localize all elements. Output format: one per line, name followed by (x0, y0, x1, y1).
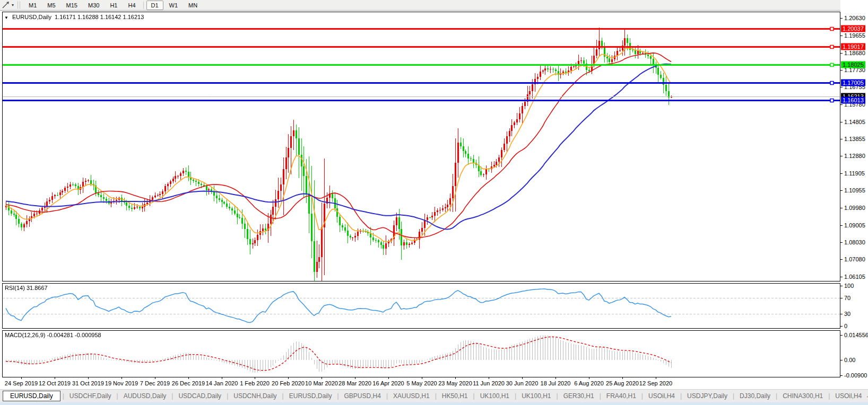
status-strip (0, 402, 868, 405)
date-tick-mark (188, 377, 189, 379)
timeframe-button-h1[interactable]: H1 (105, 1, 122, 10)
date-tick-mark (155, 377, 155, 379)
tab-separator: | (641, 392, 643, 400)
chart-tab-bar: EURUSD,Daily|USDCHF,Daily|AUDUSD,Daily|U… (0, 389, 868, 402)
tab-separator: | (473, 392, 475, 400)
macd-canvas[interactable] (3, 331, 840, 377)
date-tick-mark (222, 377, 222, 379)
chart-tab-gbpusd-h4[interactable]: GBPUSD,H4 (340, 391, 386, 401)
timeframe-button-h4[interactable]: H4 (123, 1, 140, 10)
axis-tick-mark (840, 208, 843, 208)
date-tick-label: 11 Jun 2020 (473, 380, 505, 386)
date-tick-label: 31 Oct 2019 (72, 380, 104, 386)
chart-tab-audusd-daily[interactable]: AUDUSD,Daily (119, 391, 171, 401)
date-tick-label: 7 Dec 2019 (140, 380, 170, 386)
date-tick-label: 10 Mar 2020 (305, 380, 338, 386)
hline-price-label: 1.19017 (841, 43, 865, 50)
chart-tab-usdjpy-daily[interactable]: USDJPY,Daily (682, 391, 732, 401)
trading-platform-window: ▾ M1M5M15M30H1H4D1W1MN ▼ EURUSD,Daily 1.… (0, 0, 868, 405)
chart-tab-uk100-h1[interactable]: UK100,H1 (475, 391, 514, 401)
axis-tick-mark (840, 70, 843, 71)
date-tick-label: 18 Jul 2020 (541, 380, 571, 386)
price-chart-canvas[interactable] (3, 12, 840, 281)
macd-label: MACD(12,26,9) -0.004281 -0.000958 (5, 332, 101, 338)
price-tick-label: 1.06105 (844, 274, 865, 280)
timeframe-button-mn[interactable]: MN (184, 1, 202, 10)
chart-tabs: EURUSD,Daily|USDCHF,Daily|AUDUSD,Daily|U… (3, 391, 866, 401)
price-tick-label: 1.11905 (844, 170, 865, 177)
date-tick-label: 6 Aug 2020 (574, 380, 604, 386)
axis-tick-mark (840, 87, 843, 87)
date-tick-mark (555, 377, 556, 379)
chart-tab-usoil-h4[interactable]: USOil,H4 (830, 391, 866, 401)
date-tick-mark (522, 377, 523, 379)
price-tick-label: 0 (844, 323, 847, 329)
chevron-down-icon[interactable]: ▾ (12, 3, 14, 7)
chart-tab-ger30-h1[interactable]: GER30,H1 (559, 391, 599, 401)
timeframe-button-m30[interactable]: M30 (83, 1, 104, 10)
date-tick-label: 26 Dec 2019 (172, 380, 205, 386)
price-chart-panel (2, 12, 840, 281)
chart-tab-usdchf-daily[interactable]: USDCHF,Daily (65, 391, 116, 401)
date-tick-label: 24 Sep 2019 (5, 380, 38, 386)
axis-tick-mark (840, 18, 843, 19)
axis-tick-mark (840, 122, 843, 122)
chart-tab-eurusd-daily[interactable]: EURUSD,Daily (284, 391, 337, 401)
chart-tab-usdcad-daily[interactable]: USDCAD,Daily (173, 391, 226, 401)
toolbar-grip[interactable] (18, 2, 20, 8)
chart-header: ▼ EURUSD,Daily 1.16171 1.16288 1.16142 1… (4, 14, 144, 20)
date-tick-mark (121, 377, 122, 379)
chart-tab-china300-h1[interactable]: CHINA300,H1 (778, 391, 828, 401)
date-tick-label: 25 Aug 2020 (606, 380, 639, 386)
rsi-label: RSI(14) 31.8667 (5, 285, 48, 291)
tab-separator: | (515, 392, 516, 400)
tab-separator: | (680, 392, 682, 400)
price-tick-label: 0.00 (844, 357, 855, 363)
chart-tab-usdcnh-daily[interactable]: USDCNH,Daily (229, 391, 281, 401)
toolbar-separator (143, 2, 144, 9)
date-tick-mark (355, 377, 355, 379)
date-tick-mark (455, 377, 456, 379)
date-axis[interactable]: 24 Sep 201912 Oct 201931 Oct 201919 Nov … (0, 377, 840, 389)
tab-separator: | (776, 392, 777, 400)
tab-separator: | (435, 392, 437, 400)
tab-separator: | (557, 392, 558, 400)
timeframe-button-d1[interactable]: D1 (146, 1, 163, 10)
axis-tick-mark (840, 225, 843, 226)
axis-tick-mark (840, 53, 843, 54)
date-tick-label: 14 Jan 2020 (206, 380, 238, 386)
timeframe-button-m15[interactable]: M15 (62, 1, 82, 10)
chart-tab-fra40-h1[interactable]: FRA40,H1 (602, 391, 641, 401)
timeframe-button-w1[interactable]: W1 (164, 1, 183, 10)
tab-separator: | (63, 392, 64, 400)
chart-tab-eurusd-daily[interactable]: EURUSD,Daily (3, 391, 60, 401)
price-tick-label: 1.19655 (844, 32, 865, 39)
timeframe-button-m5[interactable]: M5 (42, 1, 60, 10)
axis-tick-mark (840, 139, 843, 139)
tab-separator: | (386, 392, 388, 400)
timeframe-button-m1[interactable]: M1 (24, 1, 41, 10)
chart-tab-xauusd-h1[interactable]: XAUUSD,H1 (388, 391, 435, 401)
date-tick-mark (656, 377, 656, 379)
collapse-triangle-icon[interactable]: ▼ (4, 15, 8, 20)
hline-price-label: 1.18025 (841, 61, 865, 68)
price-axis[interactable]: 1.206301.196551.186801.177301.167551.157… (840, 0, 868, 402)
price-tick-label: 1.10955 (844, 187, 865, 193)
chart-tab-uk100-h1[interactable]: UK100,H1 (517, 391, 555, 401)
price-tick-label: -0.00900 (844, 372, 867, 378)
chart-tab-hk50-h1[interactable]: HK50,H1 (437, 391, 473, 401)
price-tick-label: 1.12880 (844, 153, 865, 159)
price-tick-label: 1.14805 (844, 119, 865, 125)
date-tick-mark (288, 377, 289, 379)
hline-price-label: 1.20037 (841, 25, 865, 32)
chart-tab-dj30-daily[interactable]: DJ30,Daily (735, 391, 775, 401)
price-tick-label: 1.08030 (844, 239, 865, 245)
date-tick-label: 12 Sep 2020 (639, 380, 672, 386)
rsi-canvas[interactable] (3, 284, 840, 328)
tab-separator: | (337, 392, 338, 400)
tab-separator: | (282, 392, 284, 400)
cursor-tool-icon[interactable] (2, 2, 10, 9)
chart-tab-usoil-h4[interactable]: USOil,H4 (644, 391, 680, 401)
tab-separator: | (600, 392, 601, 400)
chart-ohlc-values: 1.16171 1.16288 1.16142 1.16213 (55, 14, 144, 20)
